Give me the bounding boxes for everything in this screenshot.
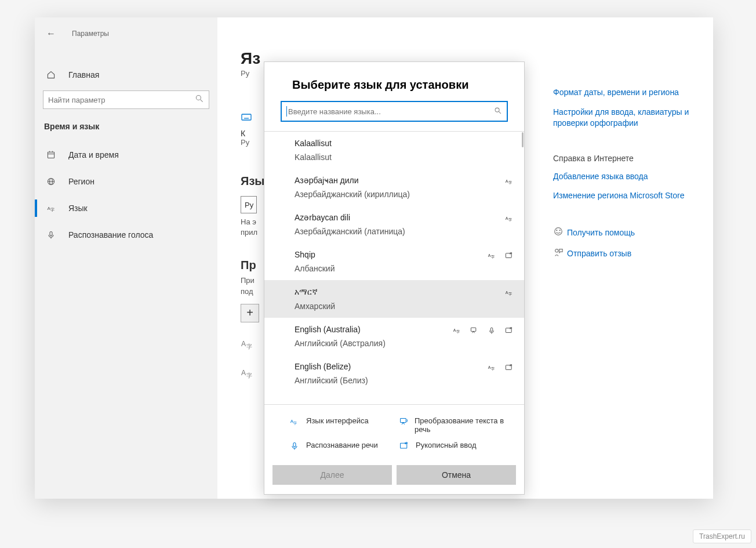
home-label: Главная [68, 70, 99, 79]
language-feature-icons: A字 [487, 363, 514, 372]
language-translated-name: Амхарский [295, 302, 494, 311]
language-option[interactable]: English (Australia)Английский (Австралия… [264, 318, 524, 355]
back-icon: ← [45, 28, 57, 39]
language-option[interactable]: Азәрбајҹан дилиАзербайджанский (кириллиц… [264, 169, 524, 206]
search-icon [494, 107, 502, 117]
language-translated-name: Азербайджанский (латиница) [295, 227, 494, 236]
hand-icon [504, 363, 514, 372]
home-nav[interactable]: Главная [35, 61, 217, 88]
language-feature-icons: A字 [452, 326, 514, 335]
language-picker-dialog: Выберите язык для установки KalaallisutK… [264, 61, 525, 495]
svg-rect-15 [50, 231, 52, 235]
tts-icon [470, 326, 479, 335]
legend-tts: Преобразование текста в речь [397, 413, 507, 437]
language-translated-name: Албанский [295, 264, 494, 273]
next-button[interactable]: Далее [272, 465, 392, 485]
display-language-icon: A字 [290, 416, 300, 428]
sidebar-item-region[interactable]: Регион [35, 168, 217, 195]
language-list[interactable]: KalaallisutKalaallisutАзәрбајҹан дилиАзе… [264, 132, 524, 404]
svg-text:字: 字 [456, 329, 460, 333]
add-language-button[interactable]: + [241, 304, 259, 322]
language-option[interactable]: KalaallisutKalaallisut [264, 132, 524, 169]
dialog-title: Выберите язык для установки [264, 62, 524, 101]
sidebar-item-date-time[interactable]: Дата и время [35, 141, 217, 168]
svg-rect-43 [490, 328, 493, 331]
sidebar-search-input[interactable] [48, 96, 195, 104]
svg-point-29 [495, 108, 499, 112]
language-native-name: Azərbaycan dili [295, 213, 494, 222]
svg-rect-52 [293, 442, 296, 447]
keyboard-icon [241, 111, 252, 125]
calendar-icon [45, 150, 57, 159]
svg-point-26 [557, 230, 557, 231]
lang-icon: A字 [487, 251, 496, 260]
svg-text:A: A [241, 340, 246, 348]
sidebar-item-language[interactable]: A字 Язык [35, 195, 217, 222]
lang-field-fragment[interactable]: Ру [241, 196, 257, 213]
hand-icon [504, 251, 514, 260]
link-label: Отправить отзыв [567, 249, 631, 258]
svg-point-28 [555, 249, 558, 252]
svg-rect-51 [401, 418, 406, 422]
language-translated-name: Азербайджанский (кириллица) [295, 190, 494, 199]
text-cursor [286, 106, 287, 117]
speech-icon [290, 441, 300, 452]
language-translated-name: Kalaallisut [295, 153, 494, 162]
svg-rect-17 [242, 114, 251, 120]
language-option[interactable]: አማርኛАмхарскийA字 [264, 280, 524, 318]
dialog-search-input[interactable] [288, 107, 494, 116]
tts-icon [399, 416, 409, 428]
language-option[interactable]: ShqipАлбанскийA字 [264, 243, 524, 280]
language-feature-icons: A字 [504, 177, 514, 186]
sidebar-item-label: Распознавание голоса [68, 230, 153, 239]
watermark: TrashExpert.ru [693, 529, 751, 543]
link-input-settings[interactable]: Настройки для ввода, клавиатуры и провер… [553, 107, 692, 129]
language-translated-name: Английский (Белиз) [295, 376, 494, 385]
language-option[interactable]: English (Belize)Английский (Белиз)A字 [264, 355, 524, 392]
language-native-name: English (Belize) [295, 362, 494, 371]
lang-icon: A字 [504, 288, 514, 297]
sidebar-item-speech[interactable]: Распознавание голоса [35, 222, 217, 248]
lang-icon: A字 [504, 177, 514, 186]
link-add-language[interactable]: Добавление языка ввода [553, 171, 692, 183]
microphone-icon [45, 230, 57, 239]
sidebar-search[interactable] [43, 90, 209, 109]
language-native-name: Kalaallisut [295, 139, 494, 148]
svg-text:字: 字 [246, 372, 252, 378]
svg-line-30 [499, 111, 501, 114]
sidebar-item-label: Язык [68, 204, 88, 213]
language-feature-icons: A字 [504, 288, 514, 297]
settings-window: ← Параметры Главная Время и язык Да [35, 17, 713, 499]
language-translated-name: Английский (Австралия) [295, 339, 494, 348]
settings-sidebar: ← Параметры Главная Время и язык Да [35, 17, 217, 499]
language-icon: A字 [45, 204, 57, 213]
language-native-name: Shqip [295, 250, 494, 259]
legend-label: Рукописный ввод [416, 441, 477, 449]
svg-point-25 [555, 228, 562, 235]
legend-display: A字 Язык интерфейса [288, 413, 397, 437]
link-get-help[interactable]: Получить помощь [553, 226, 692, 239]
sidebar-item-label: Дата и время [68, 150, 119, 159]
svg-line-5 [201, 100, 203, 102]
link-date-format[interactable]: Формат даты, времени и региона [553, 87, 692, 99]
help-heading: Справка в Интернете [553, 154, 692, 163]
svg-text:字: 字 [491, 366, 495, 371]
related-links: Формат даты, времени и региона Настройки… [553, 87, 692, 284]
svg-text:字: 字 [508, 292, 512, 296]
language-feature-icons: A字 [487, 251, 514, 260]
language-native-name: Азәрбајҹан дили [295, 176, 494, 185]
cancel-button[interactable]: Отмена [397, 465, 516, 485]
language-option[interactable]: Azərbaycan diliАзербайджанский (латиница… [264, 206, 524, 243]
svg-text:字: 字 [491, 255, 495, 259]
sidebar-list: Дата и время Регион A字 Язык Распознавани… [35, 141, 217, 248]
sidebar-section-title: Время и язык [35, 109, 217, 131]
link-change-region[interactable]: Изменение региона Microsoft Store [553, 190, 692, 202]
search-icon [195, 94, 204, 106]
dialog-search[interactable] [281, 101, 508, 122]
svg-rect-42 [471, 328, 475, 331]
svg-text:A: A [241, 369, 246, 377]
legend-handwriting: Рукописный ввод [397, 437, 507, 456]
svg-text:字: 字 [508, 180, 512, 184]
back-row[interactable]: ← Параметры [35, 22, 217, 45]
link-feedback[interactable]: Отправить отзыв [553, 247, 692, 260]
